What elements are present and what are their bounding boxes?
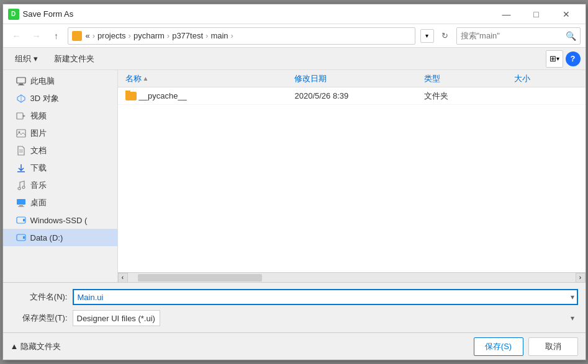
- view-button[interactable]: ⊞ ▾: [546, 50, 563, 68]
- svg-rect-0: [17, 78, 25, 83]
- document-icon: [16, 145, 27, 156]
- maximize-button[interactable]: □: [522, 4, 551, 24]
- col-header-type[interactable]: 类型: [419, 73, 509, 84]
- sidebar-label: 文档: [30, 145, 47, 156]
- drive-icon: [16, 232, 27, 243]
- ssd-icon: [16, 215, 27, 226]
- filename-row: 文件名(N):: [11, 289, 578, 305]
- sidebar-label: Data (D:): [30, 233, 63, 242]
- col-header-date[interactable]: 修改日期: [289, 73, 419, 84]
- sidebar-item-ssd[interactable]: Windows-SSD (: [3, 211, 117, 229]
- sidebar-item-document[interactable]: 文档: [3, 142, 117, 159]
- svg-marker-6: [23, 115, 25, 117]
- up-button[interactable]: ↑: [48, 27, 65, 45]
- new-folder-button[interactable]: 新建文件夹: [47, 50, 101, 68]
- desktop-icon: [16, 197, 27, 208]
- sidebar-item-3d[interactable]: 3D 对象: [3, 90, 117, 107]
- breadcrumb-pycharm[interactable]: pycharm: [133, 31, 165, 40]
- filename-input[interactable]: [73, 289, 578, 305]
- breadcrumb-path: « › projects › pycharm › p377test › main…: [86, 31, 235, 40]
- sidebar-label: 3D 对象: [30, 93, 59, 104]
- forward-button[interactable]: →: [28, 27, 45, 45]
- folder-icon: [125, 91, 137, 102]
- toolbar: 组织 ▾ 新建文件夹 ⊞ ▾ ?: [3, 48, 586, 70]
- sidebar-item-music[interactable]: 音乐: [3, 177, 117, 194]
- horizontal-scrollbar[interactable]: ‹ ›: [118, 272, 586, 282]
- sidebar-item-image[interactable]: 图片: [3, 125, 117, 142]
- minimize-button[interactable]: —: [492, 4, 521, 24]
- sidebar-item-data[interactable]: Data (D:): [3, 229, 117, 246]
- sidebar: 此电脑 3D 对象 视频: [3, 70, 118, 282]
- sidebar-label: 下载: [30, 162, 47, 174]
- scroll-thumb[interactable]: [138, 274, 262, 282]
- filename-input-wrapper: [73, 289, 578, 305]
- address-bar: ← → ↑ « › projects › pycharm › p377test …: [3, 24, 586, 48]
- search-input[interactable]: [461, 31, 566, 40]
- svg-rect-15: [17, 199, 25, 205]
- svg-rect-16: [19, 205, 23, 206]
- sort-arrow-icon: ▲: [143, 75, 149, 82]
- breadcrumb-main[interactable]: main: [210, 31, 228, 40]
- breadcrumb-folder-icon: [72, 31, 82, 41]
- svg-rect-17: [18, 206, 24, 207]
- app-icon: D: [8, 9, 19, 20]
- back-button[interactable]: ←: [8, 27, 25, 45]
- cancel-button[interactable]: 取消: [528, 337, 578, 356]
- search-icon[interactable]: 🔍: [566, 31, 576, 41]
- footer: ▲ 隐藏文件夹 保存(S) 取消: [3, 332, 586, 360]
- svg-rect-2: [18, 85, 24, 86]
- sidebar-item-download[interactable]: 下载: [3, 159, 117, 177]
- save-dialog: D Save Form As — □ ✕ ← → ↑ « › projects …: [2, 4, 586, 360]
- breadcrumb-item: «: [86, 31, 90, 40]
- main-content: 此电脑 3D 对象 视频: [3, 70, 586, 282]
- window-controls: — □ ✕: [492, 4, 581, 24]
- filetype-select[interactable]: Designer UI files (*.ui): [73, 310, 160, 326]
- sidebar-label: 音乐: [30, 180, 47, 191]
- 3d-icon: [16, 93, 27, 104]
- dialog-title: Save Form As: [23, 9, 492, 19]
- svg-rect-5: [17, 113, 23, 119]
- hide-folder-button[interactable]: ▲ 隐藏文件夹: [11, 341, 61, 352]
- image-icon: [16, 128, 27, 139]
- hide-folder-icon: ▲: [11, 342, 19, 351]
- breadcrumb-dropdown[interactable]: ▾: [420, 29, 434, 43]
- hide-folder-label: 隐藏文件夹: [20, 341, 61, 352]
- svg-rect-19: [23, 219, 25, 221]
- svg-rect-21: [23, 236, 25, 239]
- filetype-label: 保存类型(T):: [11, 313, 73, 324]
- filename-label: 文件名(N):: [11, 291, 73, 303]
- organize-dropdown-icon: ▾: [34, 54, 38, 63]
- breadcrumb-bar[interactable]: « › projects › pycharm › p377test › main…: [68, 27, 415, 45]
- sidebar-item-video[interactable]: 视频: [3, 107, 117, 125]
- breadcrumb-p377test[interactable]: p377test: [172, 31, 203, 40]
- help-button[interactable]: ?: [566, 51, 581, 66]
- sidebar-label: 此电脑: [30, 76, 55, 87]
- filetype-row: 保存类型(T): Designer UI files (*.ui): [11, 310, 578, 326]
- filetype-select-wrapper: Designer UI files (*.ui): [73, 310, 578, 326]
- column-headers: 名称 ▲ 修改日期 类型 大小: [118, 70, 586, 87]
- sidebar-item-computer[interactable]: 此电脑: [3, 73, 117, 90]
- sidebar-item-desktop[interactable]: 桌面: [3, 194, 117, 211]
- scroll-left-arrow[interactable]: ‹: [118, 273, 128, 283]
- close-button[interactable]: ✕: [552, 4, 581, 24]
- table-row[interactable]: __pycache__ 2020/5/26 8:39 文件夹: [118, 87, 586, 105]
- svg-rect-7: [17, 130, 25, 137]
- sidebar-label: 桌面: [30, 197, 47, 208]
- svg-point-14: [22, 186, 25, 189]
- breadcrumb-projects[interactable]: projects: [97, 31, 126, 40]
- download-icon: [16, 162, 27, 174]
- col-header-size[interactable]: 大小: [509, 73, 583, 84]
- sidebar-label: 视频: [30, 110, 47, 122]
- col-header-name[interactable]: 名称 ▲: [120, 73, 290, 84]
- save-button[interactable]: 保存(S): [474, 337, 523, 356]
- refresh-button[interactable]: ↻: [436, 27, 454, 45]
- view-icon: ⊞: [550, 54, 556, 63]
- file-type-cell: 文件夹: [419, 91, 509, 102]
- music-icon: [16, 180, 27, 191]
- title-bar: D Save Form As — □ ✕: [3, 4, 586, 24]
- sidebar-label: Windows-SSD (: [30, 216, 88, 225]
- organize-button[interactable]: 组织 ▾: [8, 50, 45, 68]
- scroll-right-arrow[interactable]: ›: [576, 273, 586, 283]
- svg-rect-1: [19, 84, 23, 85]
- bottom-form: 文件名(N): 保存类型(T): Designer UI files (*.ui…: [3, 282, 586, 332]
